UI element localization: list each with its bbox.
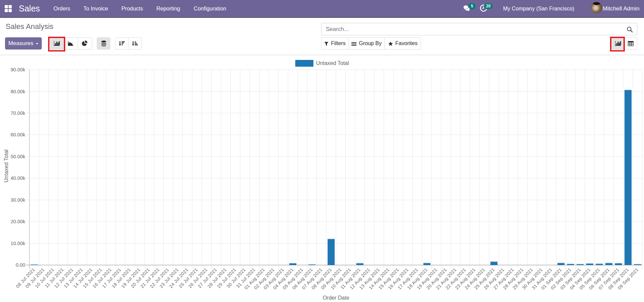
- svg-text:70.00k: 70.00k: [10, 110, 25, 116]
- svg-text:80.00k: 80.00k: [10, 89, 25, 94]
- svg-text:Order Date: Order Date: [323, 295, 349, 301]
- svg-text:30.00k: 30.00k: [10, 197, 25, 203]
- svg-text:20.00k: 20.00k: [10, 219, 25, 224]
- svg-text:0.00: 0.00: [16, 262, 25, 268]
- svg-text:60.00k: 60.00k: [10, 132, 25, 137]
- svg-text:Untaxed Total: Untaxed Total: [3, 149, 9, 182]
- svg-text:50.00k: 50.00k: [10, 154, 25, 159]
- svg-text:40.00k: 40.00k: [10, 175, 25, 181]
- svg-text:Untaxed Total: Untaxed Total: [316, 60, 349, 66]
- svg-text:10.00k: 10.00k: [10, 241, 25, 246]
- svg-text:90.00k: 90.00k: [10, 67, 25, 72]
